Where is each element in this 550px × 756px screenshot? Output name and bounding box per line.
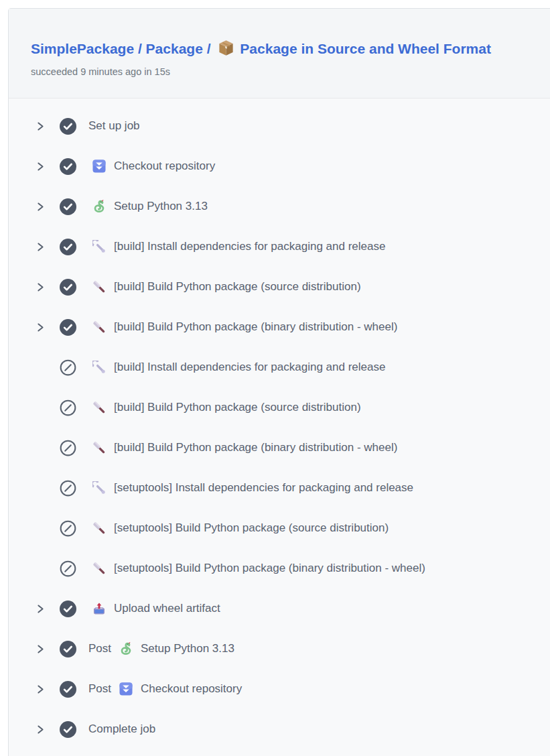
- step-label: [build] Install dependencies for packagi…: [88, 361, 385, 374]
- hammer-icon: [92, 401, 106, 414]
- step-row[interactable]: [build] Build Python package (source dis…: [9, 267, 550, 307]
- wrench-icon: [92, 481, 106, 495]
- skipped-icon: [60, 560, 76, 577]
- python-icon: [119, 642, 133, 655]
- step-row: [setuptools] Build Python package (sourc…: [9, 508, 550, 548]
- step-label-text: [setuptools] Install dependencies for pa…: [114, 481, 413, 495]
- step-row: [build] Install dependencies for packagi…: [9, 347, 550, 387]
- run-name: Package in Source and Wheel Format: [240, 41, 491, 56]
- step-label-text: [build] Install dependencies for packagi…: [114, 361, 385, 374]
- step-row: [build] Build Python package (binary dis…: [9, 428, 550, 468]
- success-icon: [60, 118, 76, 135]
- job-title: SimplePackage / Package / Package in Sou…: [31, 39, 547, 61]
- step-list: Set up jobCheckout repositorySetup Pytho…: [9, 99, 550, 749]
- step-label-text: Checkout repository: [114, 160, 215, 173]
- success-icon: [60, 279, 76, 296]
- step-label-prefix: Post: [88, 642, 111, 655]
- chevron-right-icon[interactable]: [36, 282, 45, 292]
- checkout-icon: [92, 160, 106, 173]
- chevron-right-icon[interactable]: [36, 121, 45, 131]
- success-icon: [60, 198, 76, 215]
- hammer-icon: [92, 441, 106, 454]
- step-label: Complete job: [88, 722, 155, 736]
- chevron-spacer: [36, 443, 45, 453]
- hammer-icon: [92, 562, 106, 575]
- breadcrumb-repo-link[interactable]: SimplePackage: [31, 41, 134, 56]
- chevron-right-icon[interactable]: [36, 684, 45, 694]
- step-row: [setuptools] Build Python package (binar…: [9, 548, 550, 588]
- step-label: Checkout repository: [88, 160, 215, 173]
- step-label: [build] Install dependencies for packagi…: [88, 240, 385, 253]
- success-icon: [60, 319, 76, 336]
- chevron-spacer: [36, 403, 45, 413]
- step-row[interactable]: [build] Install dependencies for packagi…: [9, 227, 550, 267]
- hammer-icon: [92, 521, 106, 535]
- success-icon: [60, 721, 76, 738]
- step-label: PostCheckout repository: [88, 682, 242, 696]
- job-run-card: SimplePackage / Package / Package in Sou…: [8, 8, 550, 756]
- step-label-text: [setuptools] Build Python package (sourc…: [114, 521, 389, 535]
- hammer-icon: [92, 280, 106, 294]
- skipped-icon: [60, 359, 76, 376]
- step-row[interactable]: Checkout repository: [9, 146, 550, 186]
- package-icon: [217, 39, 235, 61]
- job-header: SimplePackage / Package / Package in Sou…: [9, 9, 550, 99]
- success-icon: [60, 641, 76, 657]
- step-label: [build] Build Python package (binary dis…: [88, 320, 397, 334]
- step-label-text: [build] Build Python package (binary dis…: [114, 441, 397, 454]
- chevron-spacer: [36, 483, 45, 493]
- step-row[interactable]: PostCheckout repository: [9, 669, 550, 709]
- step-label-text: Complete job: [88, 722, 155, 736]
- step-label-text: [build] Build Python package (binary dis…: [114, 320, 397, 334]
- success-icon: [60, 681, 76, 698]
- step-label: Upload wheel artifact: [88, 602, 220, 615]
- breadcrumb-separator: /: [134, 41, 146, 56]
- step-row[interactable]: Setup Python 3.13: [9, 186, 550, 227]
- success-icon: [60, 239, 76, 255]
- upload-icon: [92, 602, 106, 615]
- chevron-spacer: [36, 564, 45, 574]
- success-icon: [60, 601, 76, 617]
- step-label-text: [build] Build Python package (source dis…: [114, 280, 361, 294]
- step-row[interactable]: Upload wheel artifact: [9, 588, 550, 629]
- step-label: [setuptools] Build Python package (sourc…: [88, 521, 389, 535]
- step-label-prefix: Post: [88, 682, 111, 696]
- step-label-text: Checkout repository: [141, 682, 242, 696]
- success-icon: [60, 158, 76, 175]
- step-label-text: [setuptools] Build Python package (binar…: [114, 562, 425, 575]
- skipped-icon: [60, 440, 76, 456]
- chevron-right-icon[interactable]: [36, 644, 45, 654]
- chevron-right-icon[interactable]: [36, 604, 45, 614]
- wrench-icon: [92, 361, 106, 374]
- chevron-spacer: [36, 363, 45, 373]
- step-row[interactable]: [build] Build Python package (binary dis…: [9, 307, 550, 347]
- skipped-icon: [60, 480, 76, 497]
- step-label: Setup Python 3.13: [88, 200, 208, 213]
- step-row[interactable]: PostSetup Python 3.13: [9, 629, 550, 669]
- step-label-text: Set up job: [88, 119, 140, 133]
- chevron-right-icon[interactable]: [36, 162, 45, 172]
- step-label: [setuptools] Install dependencies for pa…: [88, 481, 413, 495]
- step-label: [build] Build Python package (source dis…: [88, 280, 361, 294]
- step-label: [setuptools] Build Python package (binar…: [88, 562, 425, 575]
- step-row[interactable]: Set up job: [9, 106, 550, 146]
- skipped-icon: [60, 399, 76, 416]
- run-status-line: succeeded 9 minutes ago in 15s: [31, 66, 547, 78]
- step-row: [build] Build Python package (source dis…: [9, 387, 550, 428]
- hammer-icon: [92, 320, 106, 334]
- python-icon: [92, 200, 106, 213]
- step-row: [setuptools] Install dependencies for pa…: [9, 468, 550, 508]
- breadcrumb-workflow-link[interactable]: Package: [146, 41, 203, 56]
- step-label: PostSetup Python 3.13: [88, 642, 234, 655]
- step-label-text: Setup Python 3.13: [141, 642, 234, 655]
- chevron-right-icon[interactable]: [36, 322, 45, 332]
- step-label-text: Setup Python 3.13: [114, 200, 208, 213]
- chevron-right-icon[interactable]: [36, 242, 45, 252]
- step-label: Set up job: [88, 119, 140, 133]
- step-label-text: Upload wheel artifact: [114, 602, 220, 615]
- step-row[interactable]: Complete job: [9, 709, 550, 749]
- chevron-right-icon[interactable]: [36, 724, 45, 735]
- chevron-right-icon[interactable]: [36, 202, 45, 212]
- step-label-text: [build] Install dependencies for packagi…: [114, 240, 385, 253]
- step-label: [build] Build Python package (source dis…: [88, 401, 361, 414]
